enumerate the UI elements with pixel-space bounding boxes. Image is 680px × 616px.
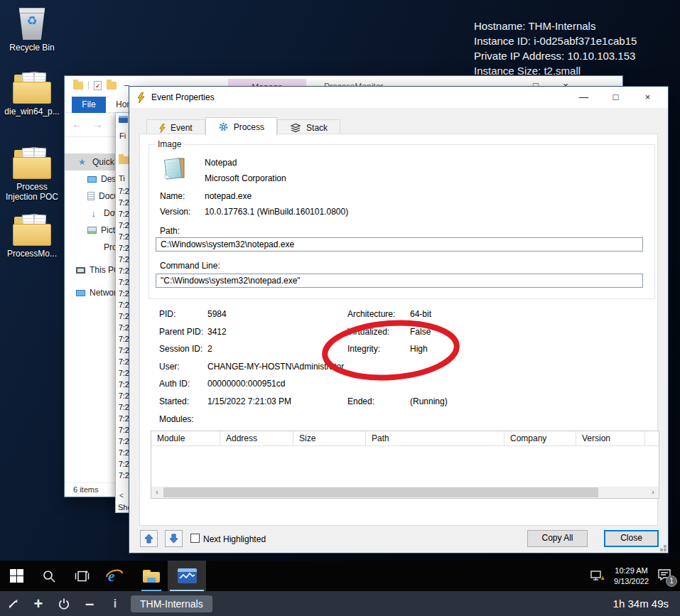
resize-grip[interactable] [664,549,666,551]
copy-all-button[interactable]: Copy All [527,530,588,547]
qat-properties-icon[interactable] [94,81,102,90]
desktop-icon-label: Recycle Bin [1,43,63,53]
taskbar: e ! 10:29 AM 9/13/2022 [0,561,680,591]
previous-event-button[interactable] [140,530,158,547]
scroll-left-icon[interactable]: ‹ [151,487,163,498]
module-column-version[interactable]: Version [576,431,645,445]
next-highlighted-checkbox[interactable] [190,534,200,543]
detail-label: Auth ID: [159,379,207,389]
procmon-time-cell: 7:2 [119,369,129,380]
qat-folder-icon[interactable] [73,82,83,90]
module-column-company[interactable]: Company [504,431,576,445]
session-timer: 1h 34m 49s [613,598,669,610]
internet-explorer-button[interactable]: e [98,561,131,591]
modules-table-header: ModuleAddressSizePathCompanyVersion [151,431,659,446]
desktop-icon-label: die_win64_p... [1,107,63,117]
red-highlight-circle [319,317,463,384]
next-event-button[interactable] [165,530,183,547]
procmon-time-cell: 7:2 [119,460,129,471]
file-explorer-icon [143,570,160,583]
desktop-icon-die-win64[interactable]: die_win64_p... [1,68,63,117]
fullscreen-icon [7,598,18,610]
downloads-icon [87,208,99,219]
power-button[interactable] [51,598,77,610]
host-info-line: Instance ID: i-0d25abf371e1cab15 [474,33,637,48]
detail-label: Parent PID: [159,327,207,337]
detail-label: PID: [159,309,207,319]
procmon-scroll-left-icon[interactable]: < [119,492,124,499]
procmon-time-column-header[interactable]: Ti [119,174,125,183]
task-view-button[interactable] [65,561,98,591]
desktop-icon-recycle-bin[interactable]: ♻ Recycle Bin [1,4,63,53]
detail-value: 3412 [207,327,227,337]
tab-process[interactable]: Process [205,117,277,136]
scrollbar-thumb[interactable] [163,487,598,497]
machine-name-badge[interactable]: THM-Internals [131,595,212,612]
pictures-icon [87,227,97,234]
procmon-open-icon[interactable] [119,156,129,164]
fullscreen-button[interactable] [0,598,26,610]
procmon-time-cell: 7:2 [119,380,129,391]
divider [88,81,89,90]
module-column-size[interactable]: Size [293,431,366,445]
next-highlighted-label: Next Highlighted [203,534,266,544]
dialog-footer: Next Highlighted Copy All Close [129,526,668,553]
dialog-titlebar[interactable]: Event Properties — □ × [129,87,668,108]
procmon-time-cell: 7:2 [119,221,129,232]
detail-label: Session ID: [159,344,207,354]
modules-table[interactable]: ModuleAddressSizePathCompanyVersion ‹ › [151,431,659,499]
internet-explorer-icon: e [105,568,124,585]
process-monitor-button[interactable] [168,561,206,591]
detail-label: Started: [159,396,207,406]
host-info-line: Private IP Address: 10.10.103.153 [474,48,637,63]
network-status-icon[interactable]: ! [590,570,605,583]
nav-forward-icon[interactable]: → [92,118,113,130]
desktop-icon-processmo[interactable]: ProcessMo... [1,210,63,259]
arrow-down-icon [169,534,178,544]
detail-value: 5984 [207,309,227,319]
zoom-out-button[interactable]: – [77,595,102,613]
procmon-time-cell: 7:2 [119,187,129,198]
module-column-module[interactable]: Module [151,431,220,445]
modules-hscrollbar[interactable]: ‹ › [151,487,659,498]
procmon-time-cell: 7:2 [119,346,129,357]
procmon-window[interactable]: Fi Ti 7:27:27:27:27:27:27:27:27:27:27:27… [115,112,129,513]
dialog-close-button[interactable]: × [632,87,664,107]
procmon-time-cell: 7:2 [119,357,129,369]
taskbar-clock[interactable]: 10:29 AM 9/13/2022 [614,566,649,587]
nav-back-icon[interactable]: ← [72,118,92,130]
start-button[interactable] [0,561,33,591]
ribbon-tab-file[interactable]: File [72,97,106,113]
image-product-name: Notepad [205,158,237,168]
module-column-address[interactable]: Address [220,431,293,445]
name-value: notepad.exe [205,191,252,201]
lightning-icon [137,92,145,103]
procmon-time-cell: 7:2 [119,255,129,266]
desktop-icon-process-injection-poc[interactable]: Process Injection POC [0,144,64,202]
procmon-time-cell: 7:2 [119,426,129,437]
procmon-time-cell: 7:2 [119,448,129,460]
procmon-time-cell: 7:2 [119,210,129,221]
module-column-path[interactable]: Path [366,431,504,445]
path-field[interactable]: C:\Windows\system32\notepad.exe [156,237,643,252]
procmon-file-menu[interactable]: Fi [119,131,126,140]
clock-date: 9/13/2022 [614,576,649,587]
zoom-in-button[interactable]: + [26,595,51,613]
detail-row: PID:5984 [159,309,344,327]
qat-folder-icon[interactable] [107,82,117,90]
close-button[interactable]: Close [604,530,659,547]
scroll-right-icon[interactable]: › [647,487,659,498]
command-line-field[interactable]: "C:\Windows\system32\notepad.exe" [156,274,643,288]
gear-icon [218,121,229,132]
dialog-maximize-button[interactable]: □ [600,87,632,107]
file-explorer-button[interactable] [135,561,168,591]
dialog-minimize-button[interactable]: — [568,87,600,107]
version-value: 10.0.17763.1 (WinBuild.160101.0800) [205,207,348,217]
action-center-button[interactable]: 1 [657,568,671,583]
windows-logo-icon [10,569,23,583]
vm-control-bar: + – i THM-Internals 1h 34m 49s [0,591,680,616]
image-groupbox: Image Notepad Microsoft Corporation Name… [149,144,655,299]
procmon-times: 7:27:27:27:27:27:27:27:27:27:27:27:27:27… [119,187,129,482]
info-button[interactable]: i [102,598,128,610]
search-button[interactable] [33,561,65,591]
